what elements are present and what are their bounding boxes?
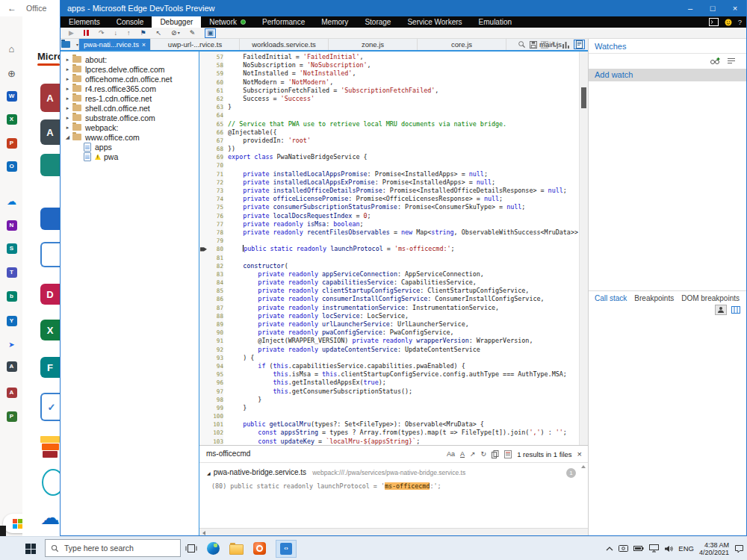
scrollbar-thumb[interactable] — [581, 87, 586, 108]
tab-breakpoints[interactable]: Breakpoints — [634, 294, 674, 302]
line-number[interactable]: 91 — [208, 337, 228, 345]
breakpoint-margin[interactable] — [199, 137, 208, 145]
refresh-icon[interactable]: ↻ — [481, 450, 487, 458]
tab-storage[interactable]: Storage — [356, 16, 399, 28]
line-number[interactable]: 81 — [208, 254, 228, 262]
line-number[interactable]: 87 — [208, 304, 228, 312]
file-tab[interactable]: workloads.service.ts — [240, 39, 329, 50]
devtools-titlebar[interactable]: apps - Microsoft Edge DevTools Preview –… — [61, 0, 746, 16]
breakpoint-margin[interactable] — [199, 262, 208, 270]
copy-icon[interactable] — [492, 450, 499, 458]
tab-emulation[interactable]: Emulation — [471, 16, 520, 28]
language-indicator[interactable]: ENG — [678, 544, 694, 553]
add-watch-button[interactable]: Add watch — [589, 69, 746, 81]
admin-icon[interactable]: A — [6, 361, 17, 372]
forms-tile[interactable]: F — [40, 357, 60, 378]
breakpoint-margin[interactable] — [199, 228, 208, 237]
bookings-icon[interactable]: b — [6, 290, 17, 302]
breakpoint-margin[interactable] — [199, 287, 208, 295]
whole-word-icon[interactable]: A — [460, 451, 465, 458]
breakpoint-margin[interactable] — [199, 53, 208, 61]
tree-caret-icon[interactable]: ▸ — [63, 105, 72, 111]
line-number[interactable]: 71 — [208, 170, 228, 178]
tab-console[interactable]: Console — [108, 16, 152, 28]
tree-item[interactable]: ▸lpcres.delve.office.com — [61, 64, 199, 74]
breakpoint-margin[interactable] — [199, 329, 208, 337]
line-number[interactable]: 103 — [208, 438, 228, 445]
breakpoint-margin[interactable] — [199, 153, 208, 161]
teams-icon[interactable]: T — [6, 267, 17, 278]
step-into-icon[interactable]: ↓ — [114, 30, 117, 37]
break-on-new-worker-icon[interactable]: ⚑ — [140, 30, 146, 37]
tab-network[interactable]: Network — [201, 16, 254, 28]
breakpoint-margin[interactable] — [199, 420, 208, 429]
line-number[interactable]: 83 — [208, 270, 228, 279]
step-over-icon[interactable]: ↷ — [99, 30, 105, 37]
tree-item[interactable]: ▸substrate.office.com — [61, 113, 199, 122]
line-number[interactable]: 85 — [208, 287, 228, 295]
breakpoint-margin[interactable] — [199, 254, 208, 262]
tree-caret-icon[interactable]: ▸ — [63, 96, 72, 102]
edit-breakpoint-icon[interactable]: ✎ — [190, 30, 196, 37]
onedrive-tile[interactable]: ☁ — [40, 508, 60, 527]
close-icon[interactable]: × — [142, 41, 146, 49]
reload-icon[interactable]: ↻ — [552, 40, 558, 49]
line-number[interactable]: 64 — [208, 111, 228, 119]
line-number[interactable]: 82 — [208, 262, 228, 270]
line-number[interactable]: 95 — [208, 370, 228, 379]
tree-caret-icon[interactable]: ▸ — [63, 76, 72, 82]
breakpoint-margin[interactable] — [199, 128, 208, 137]
line-number[interactable]: 80 — [208, 245, 228, 253]
devtools-icon[interactable] — [276, 540, 297, 558]
tree-item[interactable]: apps — [61, 142, 199, 152]
task-view-button[interactable] — [185, 544, 197, 553]
line-number[interactable]: 77 — [208, 220, 228, 228]
breakpoint-margin[interactable] — [199, 337, 208, 345]
line-number[interactable]: 72 — [208, 178, 228, 187]
tree-item[interactable]: ▸r4.res.office365.com — [61, 84, 199, 93]
breakpoint-margin[interactable] — [199, 429, 208, 437]
line-number[interactable]: 93 — [208, 354, 228, 362]
match-case-icon[interactable]: Aa — [447, 450, 455, 458]
line-number[interactable]: 68 — [208, 145, 228, 153]
file-picker-button[interactable]: ▾ — [61, 39, 79, 50]
breakpoint-margin[interactable] — [199, 388, 208, 396]
breakpoint-margin[interactable] — [199, 404, 208, 412]
code-editor[interactable]: 57 FailedInitial = 'FailedInitial',58 No… — [199, 52, 588, 535]
line-number[interactable]: 59 — [208, 69, 228, 78]
line-number[interactable]: 97 — [208, 388, 228, 396]
breakpoint-margin[interactable] — [199, 270, 208, 279]
dynamics-tile[interactable]: D — [40, 284, 60, 305]
powerpoint-icon[interactable]: P — [6, 137, 17, 149]
excel-tile[interactable]: X — [40, 320, 60, 340]
tree-item[interactable]: ▸about: — [61, 55, 199, 64]
line-number[interactable]: 63 — [208, 103, 228, 111]
file-explorer-icon[interactable] — [229, 542, 244, 555]
breakpoint-margin[interactable] — [199, 103, 208, 111]
help-icon[interactable]: ? — [738, 18, 742, 26]
breakpoint-margin[interactable] — [199, 212, 208, 220]
line-number[interactable]: 69 — [208, 153, 228, 161]
access-tile[interactable]: A — [40, 84, 60, 112]
line-number[interactable]: 86 — [208, 295, 228, 303]
breakpoint-margin[interactable] — [199, 170, 208, 178]
line-number[interactable]: 74 — [208, 195, 228, 203]
undock-console-icon[interactable] — [709, 18, 719, 26]
edit-watches-icon[interactable] — [727, 57, 736, 65]
breakpoint-margin[interactable] — [199, 69, 208, 78]
search-result-file[interactable]: ◢ pwa-native-bridge.service.ts webpack:/… — [207, 468, 465, 476]
tree-item[interactable]: ◢www.office.com — [61, 132, 199, 142]
breakpoint-margin[interactable] — [199, 354, 208, 362]
breakpoint-margin[interactable] — [199, 295, 208, 303]
home-icon[interactable]: ⌂ — [6, 43, 17, 55]
select-element-icon[interactable]: ↖ — [156, 30, 162, 37]
breakpoint-margin[interactable] — [199, 95, 208, 103]
todo-tile[interactable]: ✓ — [40, 393, 60, 421]
editor-scrollbar[interactable] — [579, 52, 588, 445]
continue-icon[interactable]: ▶ — [69, 30, 74, 37]
tab-debugger[interactable]: Debugger — [152, 16, 201, 28]
line-number[interactable]: 92 — [208, 346, 228, 354]
async-frames-icon[interactable] — [731, 306, 740, 314]
step-out-icon[interactable]: ↑ — [127, 30, 131, 37]
feedback-smiley-icon[interactable] — [725, 19, 732, 26]
